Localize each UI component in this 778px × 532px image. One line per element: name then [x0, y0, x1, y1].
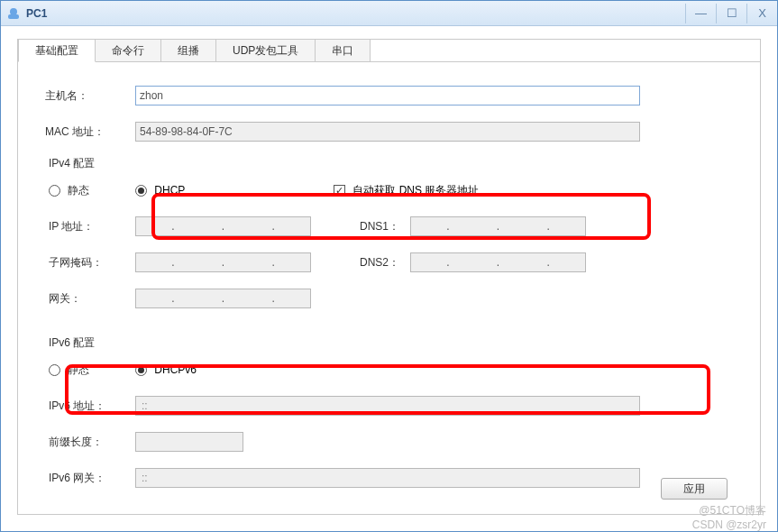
ipv6-prefix-label: 前缀长度： — [45, 435, 135, 450]
dns2-label: DNS2： — [360, 255, 410, 271]
svg-point-0 — [10, 8, 17, 15]
ipv4-dhcp-label: DHCP — [154, 184, 185, 197]
tab-udp[interactable]: UDP发包工具 — [215, 39, 316, 62]
dns1-label: DNS1： — [360, 219, 410, 234]
hostname-input[interactable] — [135, 86, 640, 105]
ipv6-dhcp-radio[interactable] — [135, 364, 147, 376]
hostname-label: 主机名： — [45, 88, 135, 104]
ip-label: IP 地址： — [45, 219, 135, 234]
ipv4-static-label: 静态 — [68, 184, 89, 197]
main-panel: 基础配置 命令行 组播 UDP发包工具 串口 主机名： MAC 地址： IPv4… — [17, 39, 761, 515]
apply-button[interactable]: 应用 — [661, 478, 728, 500]
ipv6-prefix-input — [135, 432, 243, 452]
auto-dns-label: 自动获取 DNS 服务器地址 — [352, 184, 479, 197]
ipv4-dhcp-radio[interactable] — [135, 185, 147, 197]
ipv6-group-title: IPv6 配置 — [49, 335, 733, 351]
tab-basic[interactable]: 基础配置 — [18, 39, 96, 62]
auto-dns-wrap: 自动获取 DNS 服务器地址 — [334, 183, 479, 198]
maximize-button[interactable]: ☐ — [716, 4, 746, 23]
mac-label: MAC 地址： — [45, 124, 135, 140]
ipv6-addr-label: IPv6 地址： — [45, 399, 135, 414]
ipv4-static-radio[interactable] — [49, 185, 60, 197]
ipv6-addr-input: :: — [135, 396, 640, 416]
ipv6-gw-input: :: — [135, 468, 640, 488]
mac-input — [135, 122, 640, 142]
ipv4-static-radio-wrap: 静态 — [45, 183, 135, 198]
tab-multicast[interactable]: 组播 — [160, 39, 216, 62]
tab-strip: 基础配置 命令行 组播 UDP发包工具 串口 — [18, 39, 760, 62]
dns1-input: ... — [410, 216, 586, 236]
form-area: 主机名： MAC 地址： IPv4 配置 静态 DHCP — [18, 62, 760, 511]
tab-cli[interactable]: 命令行 — [95, 39, 161, 62]
ipv6-gw-label: IPv6 网关： — [45, 471, 135, 486]
gw-input: ... — [135, 289, 311, 308]
mask-label: 子网掩码： — [45, 255, 135, 271]
dns2-input: ... — [410, 252, 586, 272]
ipv6-dhcp-radio-wrap: DHCPv6 — [135, 363, 197, 376]
ipv6-static-radio-wrap: 静态 — [45, 362, 135, 378]
ipv6-static-label: 静态 — [68, 363, 89, 376]
app-icon — [6, 6, 21, 21]
title-bar: PC1 — ☐ X — [1, 1, 777, 26]
ipv6-static-radio[interactable] — [49, 364, 60, 376]
ipv4-group-title: IPv4 配置 — [49, 156, 733, 171]
close-button[interactable]: X — [746, 4, 777, 23]
gw-label: 网关： — [45, 291, 135, 307]
ipv4-dhcp-radio-wrap: DHCP — [135, 184, 334, 197]
mask-input: ... — [135, 252, 311, 272]
window-buttons: — ☐ X — [685, 4, 777, 23]
window: PC1 — ☐ X 基础配置 命令行 组播 UDP发包工具 串口 主机名： — [0, 0, 778, 532]
ip-input: ... — [135, 216, 311, 236]
ipv6-dhcp-label: DHCPv6 — [154, 363, 197, 376]
client-area: 基础配置 命令行 组播 UDP发包工具 串口 主机名： MAC 地址： IPv4… — [1, 26, 777, 527]
svg-rect-1 — [8, 14, 19, 19]
minimize-button[interactable]: — — [685, 4, 716, 23]
tab-underline — [18, 61, 760, 62]
window-title: PC1 — [26, 7, 47, 20]
auto-dns-checkbox[interactable] — [334, 185, 345, 197]
tab-serial[interactable]: 串口 — [315, 39, 371, 62]
